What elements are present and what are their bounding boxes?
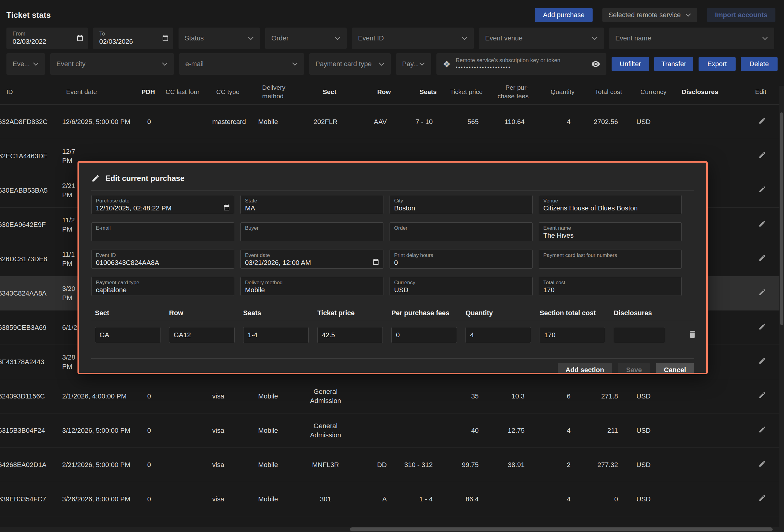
col-seats[interactable]: Seats <box>403 88 446 96</box>
order-field[interactable]: Order <box>390 222 533 241</box>
col-total-cost[interactable]: Total cost <box>582 88 628 96</box>
table-row[interactable]: 639EB3354FC7 3/26/2026, 8:00:00 PM 0 vis… <box>0 482 784 516</box>
table-row[interactable]: 6315B3B04F24 3/12/2026, 5:00:00 PM 0 vis… <box>0 414 784 448</box>
col-event-date[interactable]: Event date <box>66 88 138 96</box>
payment-short-select[interactable]: Pay... <box>396 53 431 75</box>
col-disclosures[interactable]: Disclosures <box>665 88 723 96</box>
card-last-four-field[interactable]: Payment card last four numbers <box>539 250 682 269</box>
section-fees-input[interactable] <box>391 327 457 343</box>
export-button[interactable]: Export <box>699 57 735 71</box>
field-value: 0 <box>394 258 528 267</box>
city-field[interactable]: City Boston <box>390 195 533 214</box>
payment-card-type-field[interactable]: Payment card type capitalone <box>91 277 234 296</box>
total-cost-field[interactable]: Total cost 170 <box>539 277 682 296</box>
vertical-scrollbar[interactable] <box>779 86 784 527</box>
currency-field[interactable]: Currency USD <box>390 277 533 296</box>
event-name-select[interactable]: Event name <box>609 28 774 49</box>
event-city-select[interactable]: Event city <box>50 53 174 75</box>
remote-service-select[interactable]: Selected remote service <box>603 8 697 22</box>
remote-key-field[interactable]: ❖ Remote service's subscription key or t… <box>437 53 606 75</box>
edit-icon[interactable] <box>758 425 766 436</box>
horizontal-scrollbar-thumb[interactable] <box>350 527 773 531</box>
calendar-icon[interactable] <box>372 258 380 266</box>
cell-ticket-price: 40 <box>442 426 488 435</box>
payment-card-type-select[interactable]: Payment card type <box>309 53 391 75</box>
cell-edit <box>719 151 784 161</box>
event-name-field[interactable]: Event name The Hives <box>539 222 682 241</box>
col-per-purchase-fees[interactable]: Per pur- chase fees <box>492 83 536 100</box>
calendar-icon[interactable] <box>223 204 230 211</box>
section-total-input[interactable] <box>540 327 605 343</box>
status-select[interactable]: Status <box>178 28 260 49</box>
event-id-select[interactable]: Event ID <box>352 28 474 49</box>
unfilter-button[interactable]: Unfilter <box>612 57 649 71</box>
page-title: Ticket stats <box>6 10 51 20</box>
edit-icon[interactable] <box>758 254 766 264</box>
vertical-scrollbar-thumb[interactable] <box>780 112 783 325</box>
col-sect[interactable]: Sect <box>296 88 363 96</box>
edit-icon[interactable] <box>758 494 766 504</box>
event-date-field[interactable]: Event date 03/21/2026, 12:00 AM <box>241 250 384 269</box>
cancel-button[interactable]: Cancel <box>656 363 694 374</box>
venue-field[interactable]: Venue Citizens House of Blues Boston <box>539 195 682 214</box>
edit-icon[interactable] <box>758 460 766 470</box>
col-id[interactable]: ID <box>6 88 66 96</box>
edit-icon[interactable] <box>758 288 766 299</box>
col-ticket-price[interactable]: Ticket price <box>446 88 492 96</box>
save-button[interactable]: Save <box>618 363 649 374</box>
purchase-date-field[interactable]: Purchase date 12/10/2025, 02:48:22 PM <box>91 195 234 214</box>
section-ticket-price-input[interactable] <box>317 327 383 343</box>
remote-key-content: Remote service's subscription key or tok… <box>456 57 586 71</box>
transfer-button[interactable]: Transfer <box>654 57 693 71</box>
col-row[interactable]: Row <box>363 88 403 96</box>
eye-icon[interactable] <box>591 59 600 68</box>
section-disclosures-input[interactable] <box>614 327 665 343</box>
edit-icon[interactable] <box>758 323 766 333</box>
table-row[interactable]: 632AD8FD832C 12/6/2025, 5:00:00 PM 0 mas… <box>0 105 784 139</box>
table-row[interactable]: 624393D1156C 2/1/2026, 4:00:00 PM 0 visa… <box>0 379 784 414</box>
chevron-down-icon <box>248 36 254 40</box>
col-cc-type[interactable]: CC type <box>207 88 253 96</box>
field-label: Payment card type <box>96 279 230 286</box>
event-venue-select[interactable]: Event venue <box>479 28 604 49</box>
edit-icon[interactable] <box>758 220 766 230</box>
col-delivery-method[interactable]: Delivery method <box>253 83 296 100</box>
col-currency[interactable]: Currency <box>628 88 665 96</box>
edit-icon[interactable] <box>758 357 766 367</box>
to-date-field[interactable]: To 02/03/2026 <box>93 28 173 49</box>
event-id-field[interactable]: Event ID 01006343C824AA8A <box>91 250 234 269</box>
delivery-method-field[interactable]: Delivery method Mobile <box>241 277 384 296</box>
horizontal-scrollbar[interactable] <box>0 527 784 532</box>
table-row[interactable]: 64268EA02D1A 2/21/2026, 5:00:00 PM 0 vis… <box>0 448 784 482</box>
col-pdh[interactable]: PDH <box>138 88 158 96</box>
delete-button[interactable]: Delete <box>741 57 778 71</box>
add-purchase-button[interactable]: Add purchase <box>535 8 593 22</box>
email-select[interactable]: e-mail <box>179 53 304 75</box>
buyer-field[interactable]: Buyer <box>241 222 384 241</box>
section-quantity-input[interactable] <box>466 327 531 343</box>
edit-icon[interactable] <box>758 151 766 161</box>
print-delay-hours-field[interactable]: Print delay hours 0 <box>390 250 533 269</box>
edit-icon[interactable] <box>758 391 766 401</box>
add-section-button[interactable]: Add section <box>558 363 612 374</box>
section-seats-input[interactable] <box>243 327 309 343</box>
edit-icon[interactable] <box>758 185 766 196</box>
state-field[interactable]: State MA <box>241 195 384 214</box>
import-accounts-button[interactable]: Import accounts <box>707 8 776 22</box>
email-field[interactable]: E-mail <box>91 222 234 241</box>
calendar-icon[interactable] <box>76 35 84 42</box>
from-date-field[interactable]: From 02/03/2022 <box>6 28 88 49</box>
order-select[interactable]: Order <box>265 28 347 49</box>
col-quantity[interactable]: Quantity <box>536 88 582 96</box>
section-row-input[interactable] <box>169 327 234 343</box>
edit-icon[interactable] <box>758 117 766 127</box>
col-cc-last-four[interactable]: CC last four <box>158 88 207 96</box>
field-value: The Hives <box>543 231 677 240</box>
section-col-ticket-price: Ticket price <box>314 309 388 317</box>
calendar-icon[interactable] <box>162 35 169 42</box>
event-short-select[interactable]: Eve... <box>6 53 45 75</box>
section-sect-input[interactable] <box>95 327 161 343</box>
cell-event-date: 3/12/2026, 5:00:00 PM <box>62 426 134 435</box>
cell-id: 630EABB53BA5 <box>0 186 62 195</box>
delete-section-icon[interactable] <box>688 330 697 339</box>
